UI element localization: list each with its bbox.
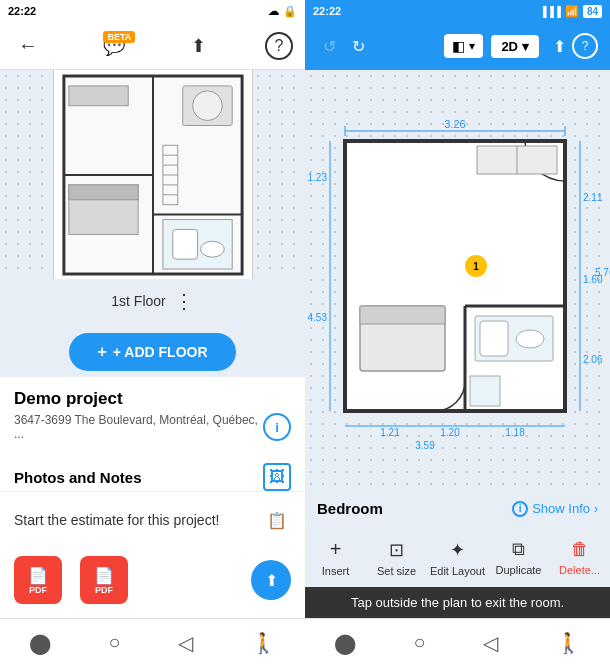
duplicate-button[interactable]: ⧉ Duplicate bbox=[488, 533, 549, 582]
time-left: 22:22 bbox=[8, 5, 36, 17]
photo-icon: 🖼 bbox=[269, 468, 285, 486]
set-size-label: Set size bbox=[377, 565, 416, 577]
chevron-right-icon: › bbox=[594, 502, 598, 516]
insert-button[interactable]: + Insert bbox=[305, 532, 366, 583]
wifi-icon: 📶 bbox=[565, 5, 579, 18]
back-button[interactable]: ← bbox=[12, 28, 44, 63]
back-icon: ← bbox=[18, 34, 38, 57]
svg-text:2.11: 2.11 bbox=[583, 192, 603, 203]
svg-rect-10 bbox=[172, 229, 197, 259]
floor-plan-area[interactable] bbox=[0, 70, 305, 279]
share-button-left[interactable]: ⬆ bbox=[185, 29, 212, 63]
person-icon-right: 🚶 bbox=[556, 632, 581, 654]
beta-badge: BETA bbox=[103, 31, 135, 43]
redo-button[interactable]: ↻ bbox=[346, 31, 371, 62]
photos-notes-button[interactable]: 🖼 bbox=[263, 463, 291, 491]
svg-text:3.26: 3.26 bbox=[444, 118, 465, 130]
view-label: 2D bbox=[501, 39, 518, 54]
undo-button[interactable]: ↺ bbox=[317, 31, 342, 62]
project-address-row: 3647-3699 The Boulevard, Montréal, Québe… bbox=[14, 413, 291, 441]
room-info-row: Bedroom i Show Info › bbox=[305, 492, 610, 525]
photos-notes-row: Photos and Notes 🖼 bbox=[0, 449, 305, 491]
right-panel: ↺ ↻ ◧ ▾ 2D ▾ ⬆ ? bbox=[305, 22, 610, 618]
svg-point-28 bbox=[516, 330, 544, 348]
svg-rect-29 bbox=[470, 376, 500, 406]
nav-person-button[interactable]: 🚶 bbox=[243, 623, 284, 663]
bottom-nav-left: ⬤ ○ ◁ 🚶 bbox=[0, 618, 305, 666]
svg-rect-6 bbox=[68, 85, 127, 105]
right-toolbar: ↺ ↻ ◧ ▾ 2D ▾ ⬆ ? bbox=[305, 22, 610, 70]
floor-plan-right[interactable]: 3.26 1.23 4.53 2.11 1.60 5.76 bbox=[305, 70, 610, 492]
undo-redo-group: ↺ ↻ bbox=[317, 31, 371, 62]
pdf-button-2[interactable]: 📄 PDF bbox=[80, 556, 128, 604]
estimate-button[interactable]: 📋 bbox=[263, 506, 291, 534]
floor-plan-thumbnail[interactable] bbox=[53, 70, 253, 279]
set-size-icon: ⊡ bbox=[389, 539, 404, 561]
chevron-layers: ▾ bbox=[469, 39, 475, 53]
toast-bar: Tap outside the plan to exit the room. bbox=[305, 587, 610, 618]
nav-back-icon-right: ◁ bbox=[483, 632, 498, 654]
photos-notes-label: Photos and Notes bbox=[14, 469, 142, 486]
bottom-nav: ⬤ ○ ◁ 🚶 ⬤ ○ ◁ 🚶 bbox=[0, 618, 610, 666]
delete-label: Delete... bbox=[559, 564, 600, 576]
more-button[interactable]: ⋮ bbox=[174, 289, 194, 313]
add-floor-button[interactable]: + + ADD FLOOR bbox=[69, 333, 235, 371]
redo-icon: ↻ bbox=[352, 37, 365, 56]
info-icon-small: i bbox=[512, 501, 528, 517]
room-actions: + Insert ⊡ Set size ✦ Edit Layout ⧉ Dupl… bbox=[305, 525, 610, 587]
status-bar: 22:22 ☁ 🔒 22:22 ▐▐▐ 📶 84 bbox=[0, 0, 610, 22]
layers-icon: ◧ bbox=[452, 38, 465, 54]
svg-text:1.23: 1.23 bbox=[308, 172, 328, 183]
pdf-label-2: PDF bbox=[95, 585, 113, 595]
set-size-button[interactable]: ⊡ Set size bbox=[366, 533, 427, 583]
pin-number: 1 bbox=[473, 261, 479, 272]
nav-back-icon: ◁ bbox=[178, 632, 193, 654]
circle-icon: ○ bbox=[109, 631, 121, 653]
nav-back-right[interactable]: ◁ bbox=[475, 623, 506, 663]
help-button-right[interactable]: ? bbox=[572, 33, 598, 59]
status-bar-left: 22:22 ☁ 🔒 bbox=[0, 0, 305, 22]
svg-text:2.06: 2.06 bbox=[583, 354, 603, 365]
nav-home-right[interactable]: ⬤ bbox=[326, 623, 364, 663]
svg-text:5.76: 5.76 bbox=[595, 267, 610, 278]
pdf-share-row: 📄 PDF 📄 PDF ⬆ bbox=[0, 548, 305, 618]
status-icons-right: ▐▐▐ 📶 84 bbox=[540, 5, 602, 18]
layers-button[interactable]: ◧ ▾ bbox=[444, 34, 483, 58]
person-icon: 🚶 bbox=[251, 632, 276, 654]
project-info-button[interactable]: i bbox=[263, 413, 291, 441]
share-button-right[interactable]: ⬆ bbox=[547, 31, 572, 62]
pdf-button-1[interactable]: 📄 PDF bbox=[14, 556, 62, 604]
estimate-label: Start the estimate for this project! bbox=[14, 512, 219, 528]
feedback-button[interactable]: 💬 BETA bbox=[97, 29, 131, 63]
pin-marker[interactable]: 1 bbox=[465, 255, 487, 277]
nav-circle-right[interactable]: ○ bbox=[406, 623, 434, 662]
toast-message: Tap outside the plan to exit the room. bbox=[351, 595, 564, 610]
duplicate-label: Duplicate bbox=[496, 564, 542, 576]
svg-text:4.53: 4.53 bbox=[308, 312, 328, 323]
insert-icon: + bbox=[330, 538, 342, 561]
view-selector[interactable]: 2D ▾ bbox=[491, 35, 539, 58]
svg-text:1.21: 1.21 bbox=[380, 427, 400, 438]
share-circle-button[interactable]: ⬆ bbox=[251, 560, 291, 600]
home-icon-right: ⬤ bbox=[334, 632, 356, 654]
left-panel: ← 💬 BETA ⬆ ? bbox=[0, 22, 305, 618]
help-icon-right: ? bbox=[582, 39, 589, 53]
delete-button[interactable]: 🗑 Delete... bbox=[549, 533, 610, 582]
nav-home-button[interactable]: ⬤ bbox=[21, 623, 59, 663]
svg-text:1.18: 1.18 bbox=[505, 427, 525, 438]
help-button-left[interactable]: ? bbox=[265, 32, 293, 60]
bottom-info: Demo project 3647-3699 The Boulevard, Mo… bbox=[0, 377, 305, 449]
nav-back-button[interactable]: ◁ bbox=[170, 623, 201, 663]
nav-circle-button[interactable]: ○ bbox=[101, 623, 129, 662]
duplicate-icon: ⧉ bbox=[512, 539, 525, 560]
nav-person-right[interactable]: 🚶 bbox=[548, 623, 589, 663]
bottom-nav-right: ⬤ ○ ◁ 🚶 bbox=[305, 618, 610, 666]
show-info-button[interactable]: i Show Info › bbox=[512, 501, 598, 517]
add-floor-wrapper: + + ADD FLOOR bbox=[0, 323, 305, 377]
svg-point-5 bbox=[192, 90, 222, 120]
edit-layout-button[interactable]: ✦ Edit Layout bbox=[427, 533, 488, 583]
add-floor-label: + ADD FLOOR bbox=[113, 344, 208, 360]
svg-text:1.20: 1.20 bbox=[440, 427, 460, 438]
floor-label: 1st Floor bbox=[111, 293, 165, 309]
info-icon: i bbox=[275, 420, 279, 435]
